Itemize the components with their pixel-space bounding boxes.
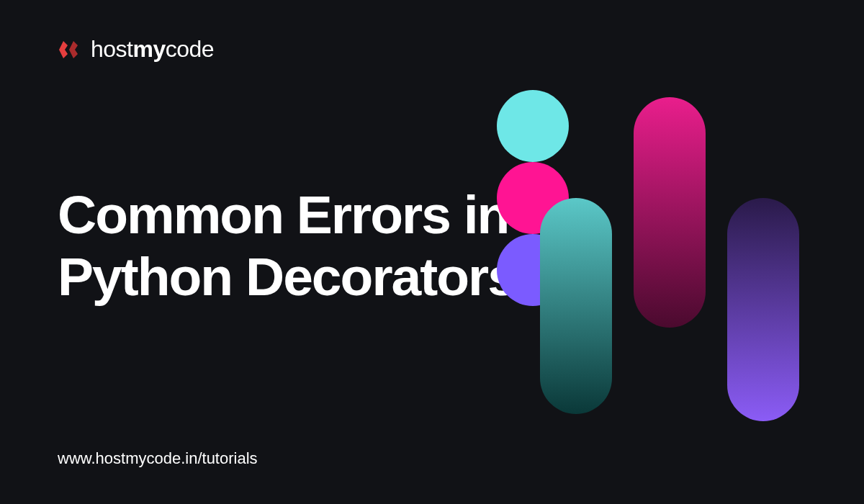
shape-circle-cyan — [497, 90, 569, 162]
heading-line-2: Python Decorators — [58, 246, 516, 307]
logo-suffix: code — [166, 36, 214, 62]
page-title: Common Errors in Python Decorators — [58, 184, 516, 308]
logo-prefix: host — [91, 36, 132, 62]
logo: hostmycode — [58, 36, 214, 63]
shape-pill-purple — [727, 198, 799, 421]
heading-line-1: Common Errors in — [58, 184, 508, 245]
shape-pill-teal — [540, 198, 612, 414]
site-url: www.hostmycode.in/tutorials — [58, 449, 258, 468]
decorative-graphic — [497, 90, 821, 428]
logo-icon — [58, 40, 84, 60]
logo-bold: my — [132, 36, 165, 62]
shape-pill-magenta — [634, 97, 706, 328]
logo-text: hostmycode — [91, 36, 214, 63]
